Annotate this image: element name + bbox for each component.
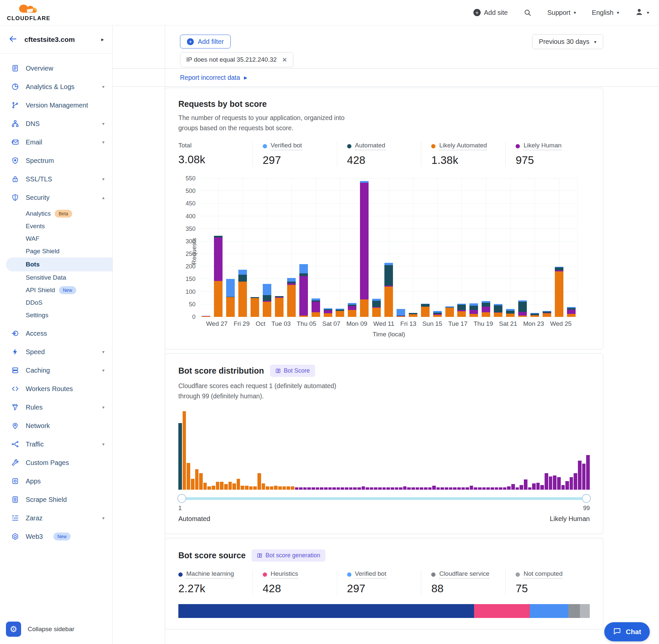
stacked-bar[interactable] — [348, 303, 356, 317]
sidebar-item-web3[interactable]: Web3New — [0, 527, 112, 546]
stacked-bar[interactable] — [433, 311, 442, 317]
stacked-bar[interactable] — [202, 316, 210, 317]
stacked-bar[interactable] — [567, 307, 575, 317]
stacked-bar[interactable] — [238, 270, 247, 317]
sidebar-item-rules[interactable]: Rules▾ — [0, 398, 112, 416]
collapse-sidebar-button[interactable]: Collapse sidebar — [28, 625, 74, 633]
bar-segment-likely-automated — [214, 281, 222, 317]
stacked-bar[interactable] — [324, 308, 332, 317]
slider-handle-min[interactable] — [178, 494, 186, 503]
x-axis-labels: Wed 27Fri 29OctTue 03Thu 05Sat 07Mon 09W… — [200, 320, 578, 327]
stacked-bar[interactable] — [360, 181, 369, 317]
sidebar-item-traffic[interactable]: Traffic▾ — [0, 435, 112, 454]
sidebar-subitem-page-shield[interactable]: Page Shield — [0, 245, 112, 257]
sidebar-item-security[interactable]: Security▴ — [0, 188, 112, 207]
stacked-bar[interactable] — [372, 299, 381, 317]
sidebar-item-version-management[interactable]: Version Management — [0, 96, 112, 114]
sidebar-item-spectrum[interactable]: Spectrum — [0, 151, 112, 170]
stacked-bar[interactable] — [263, 284, 271, 317]
add-site-button[interactable]: + Add site — [473, 9, 508, 17]
slider-max-label: Likely Human — [550, 515, 590, 523]
stacked-bar[interactable] — [494, 304, 502, 317]
sidebar-subitem-waf[interactable]: WAF — [0, 232, 112, 245]
stacked-bar[interactable] — [469, 303, 478, 317]
sidebar-item-access[interactable]: Access — [0, 324, 112, 343]
stacked-bar[interactable] — [214, 236, 222, 317]
stacked-bar[interactable] — [251, 297, 259, 317]
stacked-bar[interactable] — [518, 300, 527, 317]
stacked-bar[interactable] — [311, 298, 320, 317]
legend-dot — [347, 572, 351, 577]
stacked-bar[interactable] — [226, 279, 235, 317]
stacked-bar[interactable] — [384, 263, 393, 317]
sidebar-item-scrape-shield[interactable]: Scrape Shield — [0, 490, 112, 509]
sidebar-item-apps[interactable]: Apps — [0, 472, 112, 490]
stacked-bar[interactable] — [409, 313, 417, 317]
histogram-bar — [437, 487, 440, 490]
sidebar-subitem-sensitive-data[interactable]: Sensitive Data — [0, 271, 112, 284]
sidebar-subitem-ddos[interactable]: DDoS — [0, 296, 112, 309]
stat-label: Not computed — [516, 570, 590, 579]
slider-track[interactable] — [178, 497, 590, 500]
report-row: Report incorrect data ▶ — [113, 69, 659, 87]
stacked-bar[interactable] — [543, 311, 551, 317]
bot-score-generation-badge[interactable]: Bot score generation — [252, 549, 325, 561]
back-arrow-icon[interactable] — [8, 34, 17, 45]
remove-filter-icon[interactable]: ✕ — [282, 56, 287, 64]
bar-segment-likely-automated — [445, 308, 454, 317]
stat-label-text: Total — [178, 142, 191, 150]
search-icon[interactable] — [523, 8, 532, 17]
sidebar-item-caching[interactable]: Caching▾ — [0, 361, 112, 380]
sidebar-item-custom-pages[interactable]: Custom Pages — [0, 454, 112, 472]
language-menu[interactable]: English ▾ — [592, 9, 619, 17]
sidebar-subitem-events[interactable]: Events — [0, 220, 112, 232]
sidebar-subitem-api-shield[interactable]: API ShieldNew — [0, 284, 112, 296]
stacked-bar[interactable] — [531, 313, 539, 317]
sidebar-item-speed[interactable]: Speed▾ — [0, 343, 112, 361]
sidebar-item-label: Web3 — [26, 533, 43, 540]
stacked-bar[interactable] — [275, 296, 283, 317]
sidebar-item-zaraz[interactable]: Zaraz▾ — [0, 509, 112, 527]
account-menu[interactable]: ▾ — [635, 7, 649, 18]
bar-segment-automated — [457, 305, 466, 310]
stacked-bar[interactable] — [336, 309, 344, 317]
bar-slot — [480, 178, 492, 317]
support-menu[interactable]: Support ▾ — [547, 9, 576, 17]
histogram-bar — [270, 486, 274, 490]
stacked-bar[interactable] — [457, 304, 466, 317]
cloudflare-logo[interactable]: CLOUDFLARE — [6, 3, 51, 22]
sidebar-subitem-analytics[interactable]: AnalyticsBeta — [0, 207, 112, 220]
sidebar-item-network[interactable]: Network — [0, 416, 112, 435]
sidebar-item-label: Overview — [26, 65, 53, 72]
histogram-bar — [540, 485, 544, 490]
stacked-bar[interactable] — [421, 304, 429, 317]
sidebar-item-overview[interactable]: Overview — [0, 59, 112, 77]
stacked-bar[interactable] — [299, 264, 308, 317]
bar-segment-verified-bot — [226, 279, 235, 297]
sidebar-subitem-settings[interactable]: Settings — [0, 309, 112, 322]
stacked-bar[interactable] — [481, 301, 490, 317]
add-filter-button[interactable]: + Add filter — [180, 34, 231, 48]
sidebar-subitem-label: Events — [26, 223, 45, 230]
sidebar-item-ssl-tls[interactable]: SSL/TLS▾ — [0, 170, 112, 188]
site-expand-icon[interactable]: ▸ — [101, 36, 104, 43]
filter-chip[interactable]: IP does not equal 35.212.240.32 ✕ — [180, 52, 293, 67]
stacked-bar[interactable] — [287, 278, 296, 317]
sidebar-subitem-bots[interactable]: Bots — [6, 257, 112, 271]
chat-button[interactable]: Chat — [604, 622, 650, 641]
slider-handle-max[interactable] — [582, 494, 591, 503]
quick-settings-button[interactable]: ⚙ — [6, 622, 21, 637]
sidebar-item-workers-routes[interactable]: Workers Routes — [0, 380, 112, 398]
stacked-bar[interactable] — [445, 306, 454, 317]
bar-slot — [468, 178, 480, 317]
sidebar-item-dns[interactable]: DNS▾ — [0, 114, 112, 133]
stacked-bar[interactable] — [397, 309, 405, 317]
sidebar-item-analytics-logs[interactable]: Analytics & Logs▾ — [0, 77, 112, 96]
sidebar-item-email[interactable]: Email▾ — [0, 133, 112, 151]
stacked-bar[interactable] — [506, 309, 515, 317]
stacked-bar[interactable] — [555, 267, 563, 317]
report-incorrect-data-link[interactable]: Report incorrect data ▶ — [180, 74, 247, 82]
date-range-select[interactable]: Previous 30 days ▾ — [532, 34, 603, 49]
bot-score-badge[interactable]: Bot Score — [270, 365, 315, 377]
histogram-bar — [366, 487, 369, 490]
